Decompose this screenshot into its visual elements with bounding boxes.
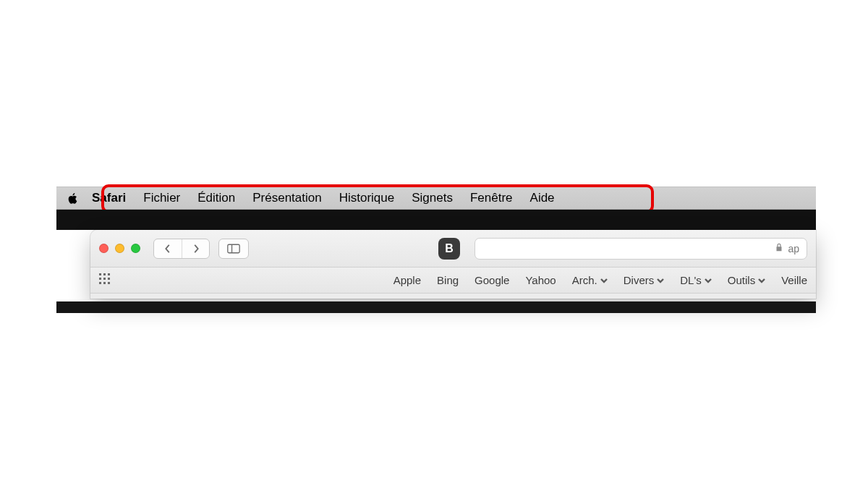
menubar-items: Safari Fichier Édition Présentation Hist… (92, 187, 555, 209)
bookmark-label: Divers (624, 274, 655, 286)
back-button[interactable] (154, 239, 182, 258)
window-traffic-lights (99, 244, 140, 253)
bookmark-item-divers[interactable]: Divers (624, 274, 665, 286)
bookmark-item-google[interactable]: Google (475, 274, 509, 286)
background-strip-bottom (56, 301, 816, 313)
window-close-button[interactable] (99, 244, 109, 253)
address-bar-text: ap (788, 243, 799, 254)
svg-rect-2 (99, 273, 101, 275)
svg-rect-5 (99, 278, 101, 280)
svg-rect-8 (99, 282, 101, 284)
menu-item-safari[interactable]: Safari (92, 191, 126, 205)
svg-rect-7 (108, 278, 110, 280)
site-badge-icon[interactable]: B (438, 238, 460, 260)
address-bar[interactable]: ap (475, 238, 807, 260)
bookmark-item-yahoo[interactable]: Yahoo (525, 274, 556, 286)
show-tabs-grid-icon[interactable] (99, 273, 111, 287)
bookmark-item-apple[interactable]: Apple (393, 274, 421, 286)
menu-item-aide[interactable]: Aide (530, 191, 555, 205)
bookmark-label: Yahoo (525, 274, 556, 286)
bookmarks-bar: Apple Bing Google Yahoo Arch. Divers DL'… (90, 267, 816, 294)
chevron-down-icon (657, 274, 664, 286)
bookmark-label: Bing (437, 274, 459, 286)
bookmark-label: Outils (728, 274, 755, 286)
menu-item-presentation[interactable]: Présentation (252, 191, 321, 205)
background-strip-top (56, 210, 816, 230)
svg-rect-9 (103, 282, 106, 284)
bookmark-item-outils[interactable]: Outils (728, 274, 765, 286)
menu-item-edition[interactable]: Édition (197, 191, 235, 205)
window-zoom-button[interactable] (131, 244, 140, 253)
bookmark-label: DL's (680, 274, 702, 286)
bookmark-item-bing[interactable]: Bing (437, 274, 459, 286)
svg-rect-4 (108, 273, 110, 275)
chevron-down-icon (600, 274, 608, 286)
macos-menubar: Safari Fichier Édition Présentation Hist… (56, 187, 816, 210)
window-minimize-button[interactable] (115, 244, 124, 253)
safari-toolbar: B ap (90, 230, 816, 267)
stage: Safari Fichier Édition Présentation Hist… (0, 0, 868, 488)
sidebar-toggle-button[interactable] (218, 239, 249, 259)
menu-item-signets[interactable]: Signets (412, 191, 453, 205)
lock-icon (775, 242, 783, 254)
menu-item-fenetre[interactable]: Fenêtre (470, 191, 513, 205)
svg-rect-6 (103, 278, 106, 280)
bookmark-label: Arch. (572, 274, 597, 286)
forward-button[interactable] (182, 239, 209, 258)
bookmark-label: Google (475, 274, 509, 286)
chevron-down-icon (705, 274, 712, 286)
safari-window: B ap Apple Bing Google Yahoo Arch. D (90, 230, 816, 299)
bookmark-item-arch[interactable]: Arch. (572, 274, 608, 286)
bookmark-label: Apple (393, 274, 421, 286)
apple-logo-icon[interactable] (67, 192, 79, 205)
chevron-down-icon (758, 274, 765, 286)
nav-back-forward-segment (153, 239, 210, 259)
menu-item-fichier[interactable]: Fichier (143, 191, 180, 205)
svg-rect-10 (108, 282, 110, 284)
bookmark-item-veille[interactable]: Veille (781, 274, 807, 286)
bookmark-item-dls[interactable]: DL's (680, 274, 712, 286)
menu-item-historique[interactable]: Historique (339, 191, 395, 205)
bookmark-label: Veille (781, 274, 807, 286)
svg-rect-0 (228, 244, 239, 252)
svg-rect-3 (103, 273, 106, 275)
